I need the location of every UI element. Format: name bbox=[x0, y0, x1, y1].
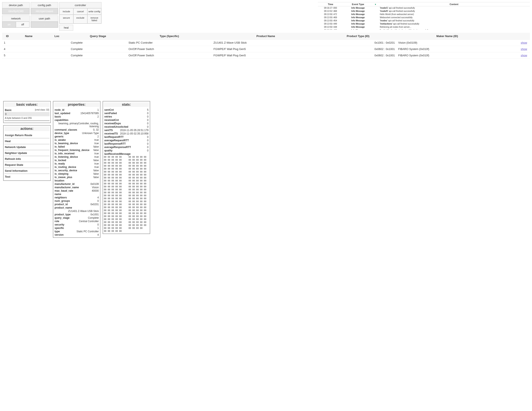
property-row: product_id0x0201 bbox=[54, 203, 99, 206]
action-item[interactable]: Request State bbox=[4, 162, 49, 168]
event-row: 09:13:50::433Info Message'/net/ctrl/acti… bbox=[318, 29, 530, 30]
include-button[interactable]: include bbox=[59, 8, 73, 15]
user-path-panel: user path . bbox=[31, 15, 58, 28]
event-time: 09:13:52::468 bbox=[318, 10, 343, 13]
event-content: Websocket connected successfully bbox=[378, 16, 530, 19]
property-row: is_failedfalse bbox=[54, 145, 99, 148]
action-item[interactable]: Test bbox=[4, 174, 49, 180]
property-row: roleCentral Controller bbox=[54, 220, 99, 223]
actions-title: actions: bbox=[4, 127, 49, 131]
action-item[interactable]: Refresh Info bbox=[4, 156, 49, 162]
table-row[interactable]: 5CompleteOn/Off Power SwitchFGWPE/F Wall… bbox=[2, 52, 530, 59]
stat-row: sentCnt5 bbox=[104, 108, 149, 112]
table-header[interactable]: Product Type (ID) bbox=[320, 33, 396, 39]
table-header[interactable]: Maker Name (ID) bbox=[396, 33, 498, 39]
table-header[interactable]: Loc bbox=[45, 33, 69, 39]
event-row: 09:16:27::093Info Message'/node/1' api-c… bbox=[318, 6, 530, 10]
property-row: num_groups0 bbox=[54, 199, 99, 203]
stats-title: stats: bbox=[104, 102, 149, 107]
property-row: generic2 bbox=[54, 135, 99, 138]
stat-row: averageRequestRTT0 bbox=[104, 139, 149, 142]
exclude-button[interactable]: exclude bbox=[73, 15, 87, 23]
action-item[interactable]: Send Information bbox=[4, 168, 49, 174]
event-log: Time Event Type ▼ Content 09:16:27::093I… bbox=[318, 2, 530, 30]
event-type: Info Message bbox=[343, 25, 373, 29]
table-header[interactable]: Query Stage bbox=[69, 33, 127, 39]
action-item[interactable]: Neighbor Update bbox=[4, 150, 49, 156]
show-link[interactable]: show bbox=[521, 54, 528, 57]
basic-value-input[interactable]: 0 bbox=[4, 112, 49, 116]
event-time: 09:16:27::093 bbox=[318, 6, 343, 10]
event-content: '/nodes' api-call finshed successfully bbox=[378, 19, 530, 22]
table-row[interactable]: 1CompleteStatic PC ControllerZU1401 Z-Wa… bbox=[2, 39, 530, 46]
user-path-value[interactable]: . bbox=[31, 22, 58, 28]
show-link[interactable]: show bbox=[521, 48, 528, 51]
write-config-button[interactable]: write config bbox=[87, 8, 101, 15]
event-row: 09:13:50::438Info MessageRetrieving all … bbox=[318, 25, 530, 29]
property-row: manufacturer_id0x0109 bbox=[54, 182, 99, 186]
property-row: ZU1401 Z-Wave USB Stick bbox=[54, 209, 99, 213]
network-panel: network on off bbox=[2, 15, 30, 28]
property-row: device_typeUnknown Type bbox=[54, 131, 99, 135]
event-content-header[interactable]: Content bbox=[378, 2, 530, 6]
network-on-button[interactable]: on bbox=[2, 22, 16, 28]
property-row: command_classes0, 32 bbox=[54, 128, 99, 131]
network-header: network bbox=[2, 16, 29, 22]
network-off-button[interactable]: off bbox=[16, 22, 29, 28]
device-path-panel: device path /dev/ttyACM0 bbox=[2, 2, 30, 14]
stat-row: receivedUnsolicited0 bbox=[104, 125, 149, 128]
device-path-value[interactable]: /dev/ttyACM0 bbox=[2, 8, 29, 14]
event-type: Info Message bbox=[343, 22, 373, 25]
event-type-header[interactable]: Event Type bbox=[343, 2, 373, 6]
secure-button[interactable]: secure bbox=[59, 15, 73, 23]
event-row: 09:13:50::469Info MessageWebsocket conne… bbox=[318, 16, 530, 19]
property-row: is_sleepingfalse bbox=[54, 172, 99, 176]
action-item[interactable]: Assign Return Route bbox=[4, 132, 49, 138]
property-row: max_baud_rate40000 bbox=[54, 189, 99, 193]
event-time-header[interactable]: Time bbox=[318, 2, 343, 6]
property-row: is_lockedfalse bbox=[54, 159, 99, 162]
table-header[interactable]: ID bbox=[2, 33, 13, 39]
property-row: is_beaming_devicetrue bbox=[54, 142, 99, 145]
event-row: 09:13:52::468Info Message'/node/5' api-c… bbox=[318, 10, 530, 13]
sort-icon[interactable]: ▼ bbox=[375, 3, 377, 6]
action-item[interactable]: Heal bbox=[4, 138, 49, 144]
stat-row: receivedTS2018-11-05 02:35:10:958 bbox=[104, 132, 149, 135]
basic-label: Basic bbox=[5, 109, 12, 112]
action-item[interactable]: Network Update bbox=[4, 144, 49, 150]
event-type: Info Message bbox=[343, 16, 373, 19]
show-link[interactable]: show bbox=[521, 41, 528, 44]
event-time: 09:13:50::454 bbox=[318, 19, 343, 22]
controller-panel: controller include cancel write config s… bbox=[59, 2, 102, 24]
basic-desc: A byte between 0 and 255 bbox=[4, 116, 49, 120]
stat-row: receivedCnt0 bbox=[104, 118, 149, 122]
remove-failed-button[interactable]: remove failed bbox=[87, 15, 101, 23]
event-row: 09:13:50::472Info MessageHello World (fr… bbox=[318, 13, 530, 16]
property-row: basic2 bbox=[54, 115, 99, 118]
config-path-value[interactable]: /etc/openzwave bbox=[31, 8, 58, 14]
event-time: 09:13:50::438 bbox=[318, 25, 343, 29]
properties-card: properties: node_id1last_updated15414057… bbox=[53, 101, 100, 238]
table-header[interactable]: Type (Specific) bbox=[127, 33, 212, 39]
heal-button[interactable]: heal bbox=[59, 25, 73, 31]
nodes-table: IDNameLocQuery StageType (Specific)Produ… bbox=[2, 33, 530, 59]
device-path-header: device path bbox=[2, 2, 29, 8]
property-row: name bbox=[54, 193, 99, 196]
config-path-panel: config path /etc/openzwave bbox=[31, 2, 58, 14]
event-time: 09:13:50::472 bbox=[318, 13, 343, 16]
property-row: location bbox=[54, 179, 99, 182]
event-time: 09:13:50::449 bbox=[318, 22, 343, 25]
cancel-button[interactable]: cancel bbox=[73, 8, 87, 15]
basic-title: basic values: bbox=[4, 102, 49, 107]
table-header[interactable]: Name bbox=[13, 33, 45, 39]
property-row: is_listening_devicetrue bbox=[54, 155, 99, 159]
table-row[interactable]: 4CompleteOn/Off Power SwitchFGWPE/F Wall… bbox=[2, 46, 530, 52]
property-row: beaming, primaryController, routing, lis… bbox=[54, 122, 99, 128]
event-row: 09:13:50::449Info Message'/net/actions' … bbox=[318, 22, 530, 25]
user-path-header: user path bbox=[31, 16, 58, 22]
basic-class-tag: [cmd class: 32] bbox=[35, 109, 49, 112]
event-time: 09:13:50::469 bbox=[318, 16, 343, 19]
table-header[interactable]: Product Name bbox=[212, 33, 320, 39]
property-row: typeStatic PC Controller bbox=[54, 230, 99, 233]
event-type: Info Message bbox=[343, 19, 373, 22]
